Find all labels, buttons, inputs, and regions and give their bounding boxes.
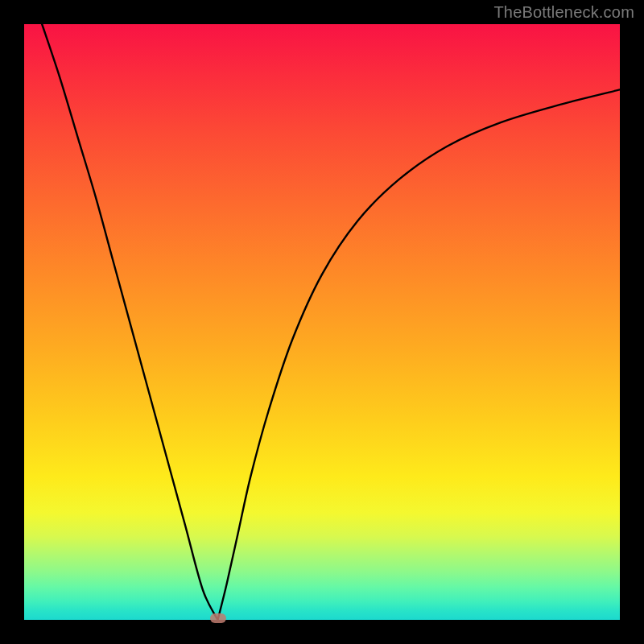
chart-frame: TheBottleneck.com xyxy=(0,0,644,644)
minimum-marker xyxy=(210,613,226,623)
bottleneck-curve xyxy=(24,24,620,620)
curve-left xyxy=(42,24,217,620)
curve-right xyxy=(218,89,621,620)
watermark-text: TheBottleneck.com xyxy=(493,3,634,22)
plot-area xyxy=(24,24,620,620)
